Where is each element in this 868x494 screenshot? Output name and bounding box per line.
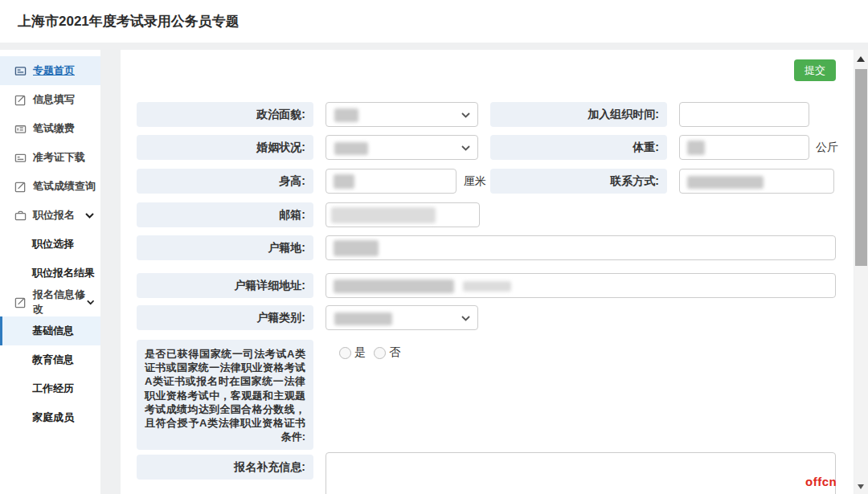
scroll-down-icon[interactable] [858,484,864,489]
radio-option-yes[interactable]: 是 [339,345,366,360]
sidebar-item-label: 报名信息修改 [33,288,87,316]
redacted-value [331,207,436,223]
radio-icon[interactable] [374,347,386,359]
page-header: 上海市2021年度考试录用公务员专题 [0,0,868,43]
briefcase-icon [14,210,27,222]
sidebar-item-score-query[interactable]: 笔试成绩查询 [0,172,100,201]
redacted-value [334,174,354,189]
vertical-scrollbar[interactable] [854,50,868,494]
contact-label: 联系方式: [490,169,667,194]
submit-button[interactable]: 提交 [794,59,836,81]
sidebar-item-label: 职位选择 [32,237,74,251]
radio-label: 否 [389,345,400,360]
edit-icon [14,296,27,308]
weight-label: 体重: [490,135,667,160]
sidebar-item-work-experience[interactable]: 工作经历 [0,374,100,403]
join-org-time-label: 加入组织时间: [490,102,667,127]
sidebar-item-label: 准考证下载 [33,150,85,165]
marital-status-select[interactable] [326,135,478,160]
sidebar-item-info-fill[interactable]: 信息填写 [0,85,100,114]
supplement-textarea[interactable] [326,452,836,494]
redacted-value [334,108,358,122]
law-certificate-label: 是否已获得国家统一司法考试A类证书或国家统一法律职业资格考试A类证书或报名时在国… [137,340,313,450]
redacted-value [334,142,368,155]
radio-option-no[interactable]: 否 [374,345,400,360]
sidebar-item-position-select[interactable]: 职位选择 [0,230,100,259]
idcard-icon [14,152,27,164]
redacted-value [334,280,454,293]
sidebar-item-label: 笔试缴费 [33,121,75,136]
marital-status-label: 婚姻状况: [137,135,313,160]
sidebar-item-label: 职位报名 [33,208,75,223]
sidebar-item-label: 家庭成员 [32,410,74,425]
form-panel: 提交 政治面貌: 加入组织时间: 婚姻状况: 体重: 公斤 身高: 厘米 联系方… [121,50,854,494]
sidebar-item-basic-info[interactable]: 基础信息 [0,316,100,345]
join-org-time-input[interactable] [679,102,809,127]
chevron-down-icon [85,213,94,218]
sidebar-item-label: 专题首页 [33,63,75,78]
chevron-down-icon [461,316,470,321]
payment-icon [14,123,27,135]
redacted-value [463,281,511,292]
household-type-label: 户籍类别: [137,305,313,330]
political-status-select[interactable] [326,102,478,127]
sidebar-item-admission-ticket[interactable]: 准考证下载 [0,143,100,172]
redacted-value [334,312,392,325]
household-type-select[interactable] [326,305,478,330]
sidebar-item-position-apply[interactable]: 职位报名 [0,201,100,230]
sidebar: 专题首页 信息填写 笔试缴费 准考证下载 笔试成绩查询 职位报名 职位选择 职位… [0,50,100,494]
sidebar-item-family-members[interactable]: 家庭成员 [0,403,100,432]
sidebar-item-label: 职位报名结果 [32,266,95,280]
law-certificate-radio-group: 是 否 [339,345,400,360]
sidebar-item-label: 笔试成绩查询 [33,179,96,194]
weight-unit: 公斤 [816,141,838,155]
height-unit: 厘米 [464,174,486,189]
redacted-value [687,176,764,189]
chevron-down-icon [461,145,470,151]
chevron-down-icon [87,300,94,305]
sidebar-item-education-info[interactable]: 教育信息 [0,345,100,374]
sidebar-item-label: 信息填写 [33,92,75,107]
household-location-input[interactable] [326,235,836,260]
sidebar-item-exam-payment[interactable]: 笔试缴费 [0,114,100,143]
political-status-label: 政治面貌: [137,102,313,127]
sidebar-item-position-result[interactable]: 职位报名结果 [0,259,100,288]
height-label: 身高: [137,169,313,194]
chevron-down-icon [461,112,470,118]
sidebar-item-label: 基础信息 [32,324,74,338]
page-title: 上海市2021年度考试录用公务员专题 [18,12,240,31]
edit-icon [14,94,27,106]
sidebar-item-info-modify[interactable]: 报名信息修改 [0,288,100,316]
sidebar-item-label: 教育信息 [32,353,74,367]
household-address-input[interactable] [326,273,836,298]
sidebar-item-topic-home[interactable]: 专题首页 [0,56,100,85]
redacted-value [334,240,379,256]
radio-label: 是 [354,345,366,360]
household-address-label: 户籍详细地址: [137,273,313,298]
redacted-value [687,141,705,155]
email-label: 邮箱: [137,202,313,227]
offcn-watermark: offcn [805,475,837,488]
scrollbar-thumb[interactable] [855,69,867,266]
supplement-label: 报名补充信息: [137,455,313,480]
sidebar-item-label: 工作经历 [32,382,74,396]
edit-icon [14,181,27,193]
contact-input[interactable] [679,169,834,194]
height-input[interactable] [326,169,457,194]
email-input[interactable] [326,202,480,227]
scroll-up-icon[interactable] [857,56,865,62]
radio-icon[interactable] [339,347,351,359]
badge-icon [14,65,27,77]
household-location-label: 户籍地: [137,235,313,260]
weight-input[interactable] [679,135,809,160]
